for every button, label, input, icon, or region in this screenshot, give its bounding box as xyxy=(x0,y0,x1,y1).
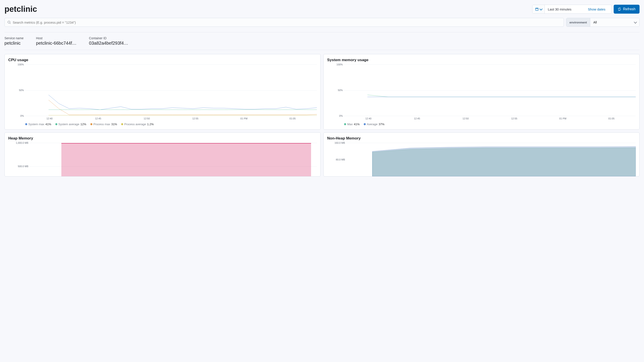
y-tick: 160.0 MB xyxy=(334,142,345,144)
legend-value: 41% xyxy=(46,122,51,126)
x-tick: 12:45 xyxy=(393,117,442,120)
legend-value: 12% xyxy=(80,122,86,126)
host-value: petclinic-66bc744f… xyxy=(36,40,76,46)
y-tick: 50% xyxy=(338,89,343,92)
service-name-label: Service name xyxy=(4,36,24,40)
search-box[interactable] xyxy=(4,18,564,27)
x-tick: 12:55 xyxy=(171,117,220,120)
nonheap-memory-title: Non-Heap Memory xyxy=(327,136,636,140)
y-tick: 1,000.0 MB xyxy=(16,142,28,144)
system-memory-chart[interactable]: 100% 50% 0% xyxy=(327,64,636,116)
legend-dot-icon xyxy=(121,123,123,125)
environment-value: All xyxy=(593,20,597,24)
container-id-value: 03a82a4bef293f4… xyxy=(89,40,128,46)
time-range-text: Last 30 minutes xyxy=(548,7,572,11)
cpu-usage-chart[interactable]: 100% 50% 0% xyxy=(8,64,317,116)
chevron-down-icon xyxy=(539,7,542,10)
show-dates-link[interactable]: Show dates xyxy=(585,7,608,11)
page-title: petclinic xyxy=(4,4,37,14)
environment-select[interactable]: All xyxy=(590,18,639,26)
legend-item[interactable]: Max41% xyxy=(344,122,360,126)
legend-name: Process average xyxy=(124,122,146,126)
mem-legend: Max41%Average37% xyxy=(344,122,636,126)
nonheap-memory-panel: Non-Heap Memory 160.0 MB 80.0 MB xyxy=(323,132,640,176)
heap-memory-panel: Heap Memory 1,000.0 MB 500.0 MB xyxy=(4,132,321,176)
y-tick: 100% xyxy=(336,63,343,66)
calendar-button[interactable] xyxy=(532,5,545,14)
svg-rect-0 xyxy=(536,8,538,10)
y-tick: 100% xyxy=(18,63,24,66)
legend-dot-icon xyxy=(90,123,92,125)
refresh-icon xyxy=(618,7,621,11)
environment-filter[interactable]: environment All xyxy=(566,18,640,27)
refresh-label: Refresh xyxy=(623,7,636,11)
legend-item[interactable]: Process average1.2% xyxy=(121,122,154,126)
x-tick: 01:05 xyxy=(587,117,636,120)
legend-item[interactable]: System average12% xyxy=(55,122,86,126)
legend-dot-icon xyxy=(344,123,346,125)
x-tick: 12:40 xyxy=(25,117,74,120)
nonheap-memory-chart[interactable]: 160.0 MB 80.0 MB xyxy=(327,143,636,176)
x-tick: 12:55 xyxy=(490,117,538,120)
search-icon xyxy=(7,20,11,24)
legend-dot-icon xyxy=(55,123,57,125)
host-label: Host xyxy=(36,36,76,40)
cpu-legend: System max41%System average12%Process ma… xyxy=(25,122,317,126)
refresh-button[interactable]: Refresh xyxy=(614,5,640,14)
legend-name: System max xyxy=(28,122,44,126)
time-range-picker[interactable]: Last 30 minutes Show dates xyxy=(532,5,612,14)
legend-item[interactable]: Process max31% xyxy=(90,122,117,126)
calendar-icon xyxy=(535,7,539,11)
y-tick: 50% xyxy=(19,89,24,92)
x-tick: 12:45 xyxy=(74,117,122,120)
search-input[interactable] xyxy=(13,20,561,24)
heap-memory-chart[interactable]: 1,000.0 MB 500.0 MB xyxy=(8,143,317,176)
heap-memory-title: Heap Memory xyxy=(8,136,317,140)
legend-dot-icon xyxy=(25,123,27,125)
y-tick: 80.0 MB xyxy=(336,158,345,161)
x-tick: 01:05 xyxy=(268,117,317,120)
system-memory-panel: System memory usage 100% 50% 0% 12:4012:… xyxy=(323,54,640,130)
container-id-label: Container ID xyxy=(89,36,128,40)
environment-label: environment xyxy=(566,18,590,26)
legend-value: 31% xyxy=(111,122,117,126)
y-tick: 0% xyxy=(339,114,343,117)
x-tick: 12:50 xyxy=(442,117,490,120)
cpu-usage-title: CPU usage xyxy=(8,58,317,62)
y-tick: 500.0 MB xyxy=(18,165,28,168)
legend-name: System average xyxy=(58,122,80,126)
cpu-usage-panel: CPU usage 100% 50% 0% 12:4012:4512:5012:… xyxy=(4,54,321,130)
svg-point-1 xyxy=(8,21,10,23)
legend-item[interactable]: System max41% xyxy=(25,122,51,126)
legend-item[interactable]: Average37% xyxy=(364,122,384,126)
legend-name: Max xyxy=(347,122,353,126)
legend-value: 1.2% xyxy=(147,122,154,126)
divider xyxy=(4,50,640,50)
x-tick: 01 PM xyxy=(220,117,268,120)
legend-name: Process max xyxy=(94,122,110,126)
system-memory-title: System memory usage xyxy=(327,58,636,62)
legend-name: Average xyxy=(367,122,378,126)
heap-area xyxy=(61,143,311,176)
x-tick: 12:50 xyxy=(122,117,171,120)
x-tick: 01 PM xyxy=(538,117,587,120)
service-name-value: petclinic xyxy=(4,40,24,46)
time-range-label[interactable]: Last 30 minutes Show dates xyxy=(545,5,612,14)
legend-value: 37% xyxy=(379,122,384,126)
legend-dot-icon xyxy=(364,123,366,125)
chevron-down-icon xyxy=(634,20,637,24)
service-info-row: Service name petclinic Host petclinic-66… xyxy=(4,36,640,50)
x-tick: 12:40 xyxy=(344,117,393,120)
legend-value: 41% xyxy=(354,122,360,126)
y-tick: 0% xyxy=(20,114,24,117)
